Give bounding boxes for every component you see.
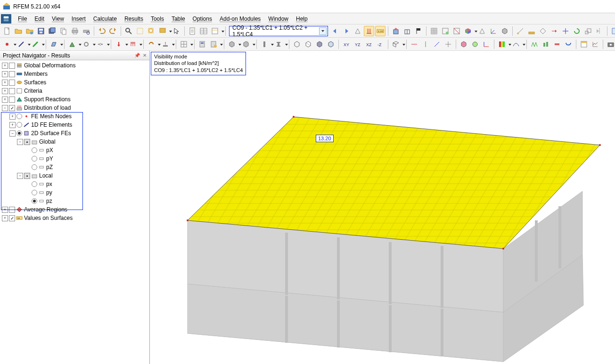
mesh-dropdown[interactable] (179, 39, 192, 49)
radio-selected[interactable] (16, 130, 22, 136)
expand-icon[interactable]: + (2, 80, 8, 86)
tree-support-reactions[interactable]: + Support Reactions (0, 95, 149, 104)
collapse-icon[interactable]: − (2, 105, 8, 111)
find-icon[interactable] (123, 26, 134, 36)
expand-icon[interactable]: + (9, 122, 16, 128)
selection-mode-dropdown[interactable] (157, 26, 171, 36)
section-def-dropdown[interactable] (259, 39, 272, 49)
profile-i-dropdown[interactable] (273, 39, 287, 49)
report-icon[interactable] (187, 26, 197, 36)
checkbox-checked[interactable]: ✓ (9, 105, 15, 111)
tree-surfaces[interactable]: + Surfaces (0, 78, 149, 87)
tree-average-regions[interactable]: + Average Regions (0, 205, 149, 214)
checkbox[interactable] (9, 71, 15, 77)
save-all-icon[interactable] (47, 26, 57, 36)
tree-members[interactable]: + Members (0, 70, 149, 78)
iso-view-dropdown[interactable] (391, 39, 404, 49)
tree-global-group[interactable]: − ▪ Global (0, 138, 149, 146)
grid-off-icon[interactable] (451, 26, 462, 36)
expand-icon[interactable]: + (2, 97, 8, 103)
tree-2d-surface-fes[interactable]: − 2D Surface FEs (0, 129, 149, 138)
dim-y-icon[interactable] (420, 39, 431, 49)
results-m-icon[interactable] (529, 39, 540, 49)
color-cube-dropdown[interactable] (463, 26, 476, 36)
line-dropdown[interactable] (16, 39, 29, 49)
solid-new-dropdown[interactable]: * (241, 39, 254, 49)
tree-distribution-of-load[interactable]: − ✓ Distribution of load (0, 104, 149, 112)
results-n-icon[interactable] (552, 39, 562, 49)
surface-dropdown[interactable] (49, 39, 62, 49)
menu-file[interactable]: File (14, 14, 31, 24)
tree-1d-fe-elements[interactable]: + 1D FE Elements (0, 121, 149, 129)
expand-icon[interactable]: + (9, 113, 16, 120)
results-diagram-icon[interactable] (590, 39, 600, 49)
menu-results[interactable]: Results (121, 14, 147, 24)
save-icon[interactable] (36, 26, 46, 36)
checkbox[interactable] (9, 97, 15, 103)
open-file-icon[interactable] (13, 26, 24, 36)
redo-icon[interactable] (108, 26, 118, 36)
chevron-down-icon[interactable] (319, 27, 327, 35)
expand-icon[interactable]: + (2, 215, 8, 221)
render-solid-icon[interactable] (314, 39, 325, 49)
tree-global-deformations[interactable]: + Global Deformations (0, 61, 149, 70)
perspective-icon[interactable] (477, 26, 487, 36)
tree-local-pz[interactable]: pz (0, 197, 149, 205)
solid-def-dropdown[interactable] (227, 39, 240, 49)
tree-criteria[interactable]: + Criteria (0, 87, 149, 95)
undo-icon[interactable] (97, 26, 107, 36)
collapse-icon[interactable]: − (17, 139, 23, 145)
table-icon[interactable] (198, 26, 209, 36)
show-loads-icon[interactable] (364, 26, 374, 36)
menu-window[interactable]: Window (264, 14, 292, 24)
menu-view[interactable]: View (48, 14, 68, 24)
checkbox[interactable] (9, 63, 15, 69)
radio[interactable] (32, 190, 37, 195)
grid-icon[interactable] (429, 26, 439, 36)
cursor-icon[interactable] (172, 26, 182, 36)
mirror-icon[interactable] (594, 26, 605, 36)
menu-calculate[interactable]: Calculate (90, 14, 121, 24)
rotate-icon[interactable] (572, 26, 582, 36)
render-hidden-icon[interactable] (303, 39, 313, 49)
radio[interactable] (16, 122, 22, 128)
radio[interactable] (32, 147, 37, 153)
render-sphere-icon[interactable] (470, 39, 480, 49)
radio[interactable] (32, 164, 37, 170)
prev-load-icon[interactable] (330, 26, 340, 36)
menu-options[interactable]: Options (189, 14, 216, 24)
building-icon[interactable] (391, 26, 401, 36)
scale-icon[interactable] (583, 26, 593, 36)
results-table-icon[interactable] (579, 39, 589, 49)
member-dropdown[interactable] (30, 39, 43, 49)
print-icon[interactable] (70, 26, 80, 36)
render-wire-icon[interactable] (292, 39, 302, 49)
radio[interactable] (32, 181, 37, 187)
dist-load-dropdown[interactable] (128, 39, 141, 49)
dim-z-icon[interactable] (432, 39, 442, 49)
section-icon[interactable] (538, 26, 548, 36)
results-tree[interactable]: + Global Deformations + Members + Surfac… (0, 60, 149, 364)
calc-settings-dropdown[interactable] (208, 39, 221, 49)
tree-values-on-surfaces[interactable]: + ✓ xx Values on Surfaces (0, 214, 149, 222)
geometry-icon[interactable] (353, 26, 363, 36)
checkbox[interactable] (9, 88, 15, 94)
hinge-dropdown[interactable] (81, 39, 94, 49)
dim-x-icon[interactable] (409, 39, 419, 49)
view-neg-z-icon[interactable]: -Z (375, 39, 385, 49)
copy-icon[interactable] (58, 26, 69, 36)
results-u-icon[interactable] (563, 39, 574, 49)
render-axes-icon[interactable] (481, 39, 492, 49)
render-trans-icon[interactable] (326, 39, 336, 49)
menu-edit[interactable]: Edit (31, 14, 48, 24)
tree-local-py[interactable]: py (0, 188, 149, 197)
open-model-icon[interactable] (25, 26, 35, 36)
camera-dropdown[interactable] (606, 39, 615, 49)
calc-icon[interactable] (197, 39, 207, 49)
view-yz-icon[interactable]: YZ (353, 39, 363, 49)
close-icon[interactable]: ✕ (143, 53, 147, 58)
view-xz-icon[interactable]: XZ (364, 39, 374, 49)
app-logo-icon[interactable] (1, 14, 11, 24)
structure-icon[interactable] (402, 26, 412, 36)
tree-global-px[interactable]: pX (0, 146, 149, 154)
